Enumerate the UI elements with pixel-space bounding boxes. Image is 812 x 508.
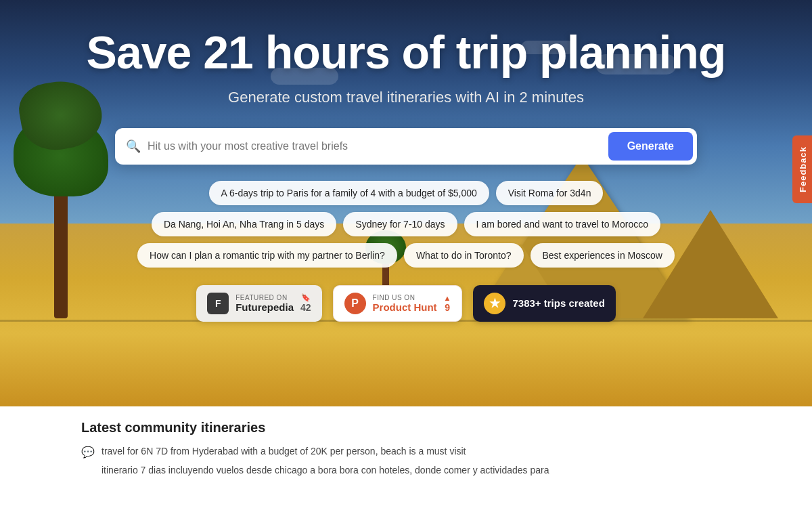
futurepedia-count-wrap: 🔖 42: [300, 293, 311, 313]
badge-trips[interactable]: ★ 7383+ trips created: [473, 285, 615, 322]
futurepedia-label: Featured on: [235, 294, 294, 301]
list-item: 💬 travel for 6N 7D from Hyderabad with a…: [81, 445, 731, 459]
producthunt-name: Product Hunt: [373, 301, 437, 313]
chip-paris[interactable]: A 6-days trip to Paris for a family of 4…: [209, 181, 489, 205]
itinerary-text-2: itinerario 7 dias incluyendo vuelos desd…: [102, 464, 549, 478]
search-input[interactable]: [148, 140, 608, 152]
futurepedia-count-icon: 🔖: [301, 293, 311, 302]
futurepedia-text-wrap: Featured on Futurepedia: [235, 294, 294, 313]
hero-subtitle: Generate custom travel itineraries with …: [228, 89, 584, 106]
futurepedia-icon: F: [207, 293, 229, 314]
trips-count-text: 7383+ trips created: [512, 297, 604, 309]
chip-moscow[interactable]: Best experiences in Moscow: [531, 243, 675, 268]
itinerary-text-1: travel for 6N 7D from Hyderabad with a b…: [102, 445, 466, 459]
chips-row-1: A 6-days trip to Paris for a family of 4…: [115, 181, 697, 205]
producthunt-text-wrap: FIND US ON Product Hunt: [373, 294, 437, 313]
search-container: 🔍 Generate: [115, 128, 697, 165]
badge-producthunt[interactable]: P FIND US ON Product Hunt ▲ 9: [333, 285, 463, 322]
badge-futurepedia[interactable]: F Featured on Futurepedia 🔖 42: [196, 285, 321, 322]
chip-toronto[interactable]: What to do in Toronto?: [404, 243, 524, 268]
hero-content: Save 21 hours of trip planning Generate …: [0, 27, 812, 322]
chips-row-3: How can I plan a romantic trip with my p…: [115, 243, 697, 268]
chips-row-2: Da Nang, Hoi An, Nha Trang in 5 days Syd…: [115, 212, 697, 236]
chip-danang[interactable]: Da Nang, Hoi An, Nha Trang in 5 days: [152, 212, 336, 236]
hero-title: Save 21 hours of trip planning: [87, 27, 726, 78]
producthunt-icon: P: [344, 293, 366, 314]
chip-berlin[interactable]: How can I plan a romantic trip with my p…: [137, 243, 397, 268]
producthunt-count-wrap: ▲ 9: [444, 294, 451, 313]
bottom-section: Latest community itineraries 💬 travel fo…: [0, 406, 812, 508]
feedback-tab[interactable]: Feedback: [792, 135, 812, 203]
trips-star-icon: ★: [484, 293, 505, 314]
hero-section: Feedback Save 21 hours of trip planning …: [0, 0, 812, 406]
badge-row: F Featured on Futurepedia 🔖 42 P FIND US…: [196, 285, 616, 322]
chip-roma[interactable]: Visit Roma for 3d4n: [496, 181, 604, 205]
producthunt-upvote-icon: ▲: [444, 294, 451, 302]
producthunt-label: FIND US ON: [373, 294, 437, 301]
chip-sydney[interactable]: Sydney for 7-10 days: [343, 212, 457, 236]
list-item: 💬 itinerario 7 dias incluyendo vuelos de…: [81, 464, 731, 478]
producthunt-count: 9: [445, 302, 450, 313]
futurepedia-count: 42: [300, 302, 311, 313]
generate-button[interactable]: Generate: [608, 132, 693, 161]
chip-morocco[interactable]: I am bored and want to travel to Morocco: [464, 212, 660, 236]
chat-icon-1: 💬: [81, 446, 95, 459]
search-icon: 🔍: [126, 139, 141, 154]
futurepedia-name: Futurepedia: [235, 301, 294, 313]
community-title: Latest community itineraries: [81, 420, 731, 436]
